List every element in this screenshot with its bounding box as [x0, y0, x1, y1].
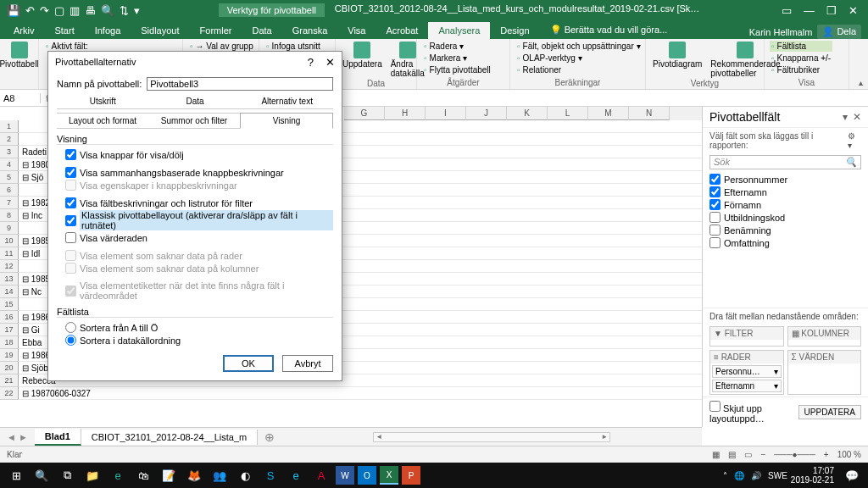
cell-content[interactable]: ⊟ Sjö	[22, 171, 43, 184]
clear-button[interactable]: Radera ▾	[422, 41, 492, 52]
cell-content[interactable]: ⊟ 1985	[22, 273, 50, 286]
ie-icon[interactable]: e	[285, 464, 307, 486]
row-header[interactable]: 6	[0, 184, 19, 197]
skype-icon[interactable]: S	[259, 464, 281, 486]
sheet-tab-source[interactable]: CBIOT_32101_2012-08-24__Lista_m	[81, 430, 258, 445]
row-header[interactable]: 17	[0, 324, 19, 336]
notes-icon[interactable]: 📝	[158, 464, 180, 486]
sheet-tab-blad1[interactable]: Blad1	[35, 429, 81, 446]
search-taskbar-icon[interactable]: 🔍	[31, 464, 53, 486]
sheet-nav-icon[interactable]: ◄ ►	[0, 432, 35, 442]
row-header[interactable]: 9	[0, 222, 19, 235]
col-header[interactable]: N	[629, 107, 670, 120]
row-header[interactable]: 5	[0, 171, 19, 184]
olap-tools-button[interactable]: OLAP-verktyg ▾	[515, 53, 643, 64]
taskview-icon[interactable]: ⧉	[56, 464, 78, 486]
field-item[interactable]: Utbildningskod	[709, 211, 861, 224]
more-icon[interactable]: ▾	[134, 4, 140, 17]
relations-button[interactable]: Relationer	[515, 64, 643, 75]
maximize-icon[interactable]: ❐	[826, 4, 837, 17]
tab-design[interactable]: Design	[490, 22, 539, 39]
dialog-help-icon[interactable]: ?	[308, 56, 314, 69]
row-header[interactable]: 21	[0, 374, 19, 387]
field-list-drop-icon[interactable]: ▾	[843, 111, 848, 123]
excel-icon[interactable]: X	[380, 466, 398, 485]
rad-sort-source[interactable]	[65, 335, 76, 346]
tab-sidlayout[interactable]: Sidlayout	[131, 22, 189, 39]
dlg-tab-utskrift[interactable]: Utskrift	[57, 94, 149, 109]
field-search-input[interactable]: Sök🔍	[709, 155, 861, 169]
teams-icon[interactable]: 👥	[209, 464, 231, 486]
undo-icon[interactable]: ↶	[25, 4, 35, 17]
preview-icon[interactable]: 🔍	[101, 4, 114, 17]
store-icon[interactable]: 🛍	[132, 464, 154, 486]
pivottable-button[interactable]: Pivottabell	[5, 41, 33, 69]
cell-content[interactable]: ⊟ Inc	[22, 209, 42, 222]
fieldlist-toggle[interactable]: Fältlista	[770, 41, 832, 52]
taskbar-clock[interactable]: 17:07 2019-02-21	[791, 466, 837, 485]
print-icon[interactable]: 🖶	[85, 4, 96, 17]
row-header[interactable]: 18	[0, 336, 19, 349]
dlg-tab-summor[interactable]: Summor och filter	[148, 113, 240, 129]
cell-content[interactable]: ⊟ Idl	[22, 247, 40, 260]
row-header[interactable]: 19	[0, 349, 19, 362]
cell-content[interactable]: Radeti	[22, 146, 47, 158]
row-header[interactable]: 22	[0, 387, 19, 400]
minimize-icon[interactable]: —	[804, 4, 815, 17]
pivotchart-button[interactable]: Pivotdiagram	[651, 41, 704, 69]
rad-sort-az[interactable]	[65, 322, 76, 333]
system-tray[interactable]: ˄ 🌐 🔊 SWE	[723, 471, 787, 480]
filter-area[interactable]: ▼ FILTER	[709, 326, 784, 347]
ribbon-options-icon[interactable]: ▭	[782, 4, 792, 17]
zoom-in-icon[interactable]: +	[824, 450, 829, 459]
acrobat-icon[interactable]: A	[310, 464, 332, 486]
col-header[interactable]: L	[548, 107, 588, 120]
rows-area[interactable]: ≡ RADER Personnu…▾ Efternamn▾	[709, 350, 784, 395]
field-item[interactable]: Benämning	[709, 224, 861, 236]
chk-classic-layout[interactable]	[65, 215, 76, 226]
explorer-icon[interactable]: 📁	[81, 464, 103, 486]
field-item[interactable]: Förnamn	[709, 198, 861, 211]
row-header[interactable]: 3	[0, 146, 19, 158]
name-box[interactable]: A8	[0, 93, 41, 103]
row-header[interactable]: 15	[0, 298, 19, 311]
firefox-icon[interactable]: 🦊	[183, 464, 205, 486]
defer-layout-checkbox[interactable]: Skjut upp layoutuppd…	[709, 401, 798, 424]
move-pivot-button[interactable]: Flytta pivottabell	[422, 64, 492, 75]
ok-button[interactable]: OK	[223, 355, 274, 372]
start-button[interactable]: ⊞	[5, 464, 27, 486]
columns-area[interactable]: ▦ KOLUMNER	[787, 326, 862, 347]
horizontal-scrollbar[interactable]	[373, 432, 610, 442]
tab-arkiv[interactable]: Arkiv	[3, 22, 44, 39]
fields-items-sets-button[interactable]: Fält, objekt och uppsättningar ▾	[515, 41, 643, 52]
pivot-name-input[interactable]	[147, 77, 333, 91]
view-normal-icon[interactable]: ▦	[712, 450, 720, 459]
dlg-tab-layout[interactable]: Layout och format	[57, 113, 148, 129]
chk-value-row[interactable]	[65, 232, 76, 243]
row-header[interactable]: 16	[0, 311, 19, 324]
cell-content[interactable]: Ebba	[22, 336, 42, 349]
zoom-out-icon[interactable]: −	[760, 450, 765, 459]
col-header[interactable]: I	[426, 107, 466, 120]
new-sheet-button[interactable]: ⊕	[258, 430, 281, 444]
redo-icon[interactable]: ↷	[40, 4, 49, 17]
tab-start[interactable]: Start	[44, 22, 84, 39]
cell-content[interactable]: ⊟ 1986	[22, 311, 50, 324]
edge-icon[interactable]: e	[107, 464, 129, 486]
tell-me[interactable]: 💡 Berätta vad du vill göra...	[540, 21, 678, 39]
col-header[interactable]: K	[507, 107, 548, 120]
tab-formler[interactable]: Formler	[190, 22, 242, 39]
tab-infoga[interactable]: Infoga	[85, 22, 131, 39]
dlg-tab-data[interactable]: Data	[149, 94, 242, 109]
row-header[interactable]: 14	[0, 286, 19, 298]
notifications-icon[interactable]: 💬	[841, 464, 863, 486]
close-icon[interactable]: ✕	[849, 4, 858, 17]
new-icon[interactable]: ▢	[54, 4, 64, 17]
dlg-tab-alttext[interactable]: Alternativ text	[241, 94, 333, 109]
row-header[interactable]: 4	[0, 158, 19, 171]
outlook-icon[interactable]: O	[358, 466, 376, 485]
row-header[interactable]: 11	[0, 247, 19, 260]
view-page-icon[interactable]: ▤	[728, 450, 736, 459]
dialog-close-icon[interactable]: ✕	[326, 56, 335, 69]
col-header[interactable]: J	[466, 107, 507, 120]
